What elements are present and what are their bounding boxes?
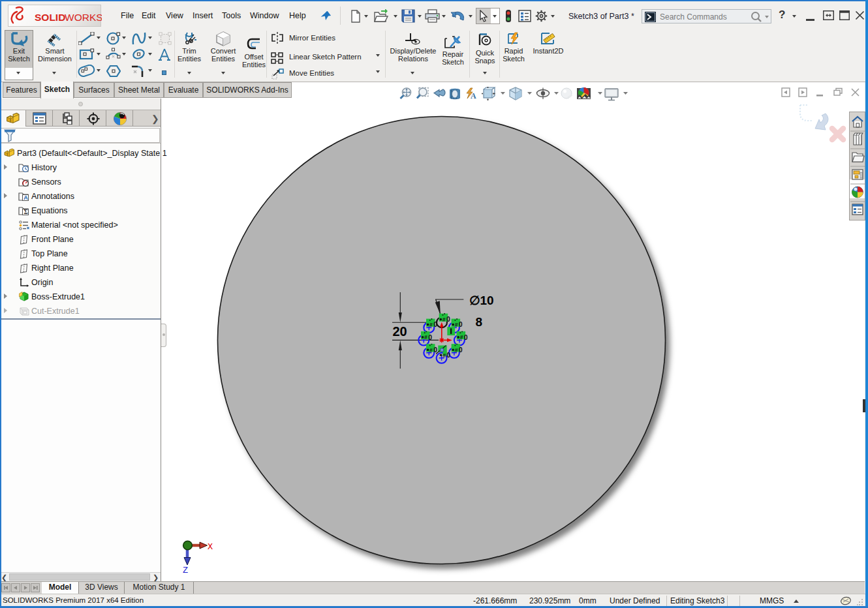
svg-text:#: #	[455, 347, 458, 354]
svg-text:0: 0	[428, 333, 432, 341]
svg-text:∅10: ∅10	[469, 294, 494, 307]
svg-text:8: 8	[476, 315, 483, 329]
svg-text:#: #	[429, 347, 433, 354]
svg-text:#: #	[429, 322, 433, 328]
svg-text:Σ: Σ	[23, 209, 27, 215]
svg-text:#: #	[442, 352, 446, 359]
svg-text:#: #	[424, 334, 427, 341]
svg-text:0: 0	[446, 315, 450, 323]
svg-text:0: 0	[446, 351, 450, 359]
svg-text:0: 0	[459, 346, 463, 354]
svg-text:#: #	[442, 316, 446, 323]
svg-text:20: 20	[393, 324, 407, 339]
svg-text:A: A	[471, 91, 476, 100]
svg-text:X: X	[208, 542, 213, 552]
svg-text:#: #	[455, 322, 458, 328]
svg-text:A: A	[23, 194, 28, 201]
svg-text:0: 0	[433, 320, 437, 328]
svg-text:SOLID: SOLID	[35, 12, 65, 23]
svg-text:0: 0	[464, 333, 468, 341]
svg-text:0: 0	[433, 346, 437, 354]
svg-text:Z: Z	[183, 566, 188, 575]
svg-text:#: #	[460, 334, 463, 341]
svg-text:WORKS: WORKS	[65, 12, 102, 23]
svg-text:0: 0	[459, 320, 463, 328]
